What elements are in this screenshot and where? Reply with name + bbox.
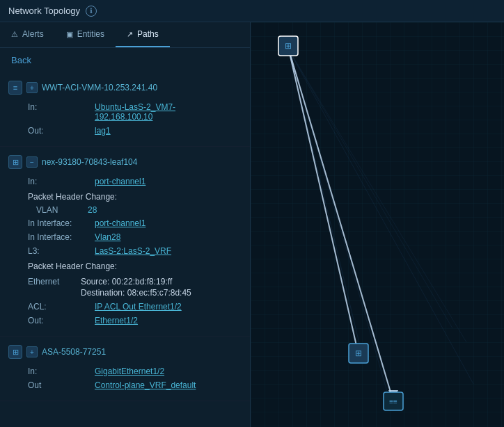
nex-l3-label: L3: — [28, 246, 90, 256]
vlan-value: 28 — [88, 205, 97, 215]
asa-5508-section-icon: ⊞ — [8, 345, 22, 359]
nex-in-value[interactable]: port-channel1 — [95, 177, 145, 186]
svg-rect-0 — [251, 22, 504, 427]
tab-paths[interactable]: ↗ Paths — [116, 22, 170, 47]
svg-line-6 — [289, 50, 359, 355]
packet-header-change-1-label: Packet Header Change: — [28, 188, 250, 204]
svg-line-1 — [289, 50, 362, 355]
nex-leaf104-body: In: port-channel1 Packet Header Change: … — [0, 172, 250, 330]
nex-out-label: Out: — [28, 316, 90, 325]
app-container: Network Topology ℹ ⚠ Alerts ▣ Entities ↗… — [0, 0, 504, 427]
tab-entities-label: Entities — [77, 29, 104, 39]
svg-marker-9 — [388, 390, 398, 401]
ethernet-block: Ethernet Source: 00:22:bd:f8:19:ff Desti… — [28, 273, 250, 300]
topology-canvas[interactable]: ⊞ ⊞ ≡≡ — [251, 22, 504, 427]
asa-out-value[interactable]: Control-plane_VRF_default — [95, 380, 196, 390]
topology-svg: ⊞ ⊞ ≡≡ — [251, 22, 504, 427]
svg-marker-7 — [354, 344, 363, 355]
svg-line-4 — [289, 50, 452, 328]
section-asa-5508: ⊞ + ASA-5508-77251 In: GigabitEthernet1/… — [0, 337, 250, 401]
section-nex-leaf104: ⊞ − nex-93180-70843-leaf104 In: port-cha… — [0, 147, 250, 337]
tab-paths-label: Paths — [137, 29, 159, 39]
asa-out-row: Out Control-plane_VRF_default — [28, 378, 250, 392]
asa-in-value[interactable]: GigabitEthernet1/2 — [95, 366, 164, 376]
nex-l3-value[interactable]: LasS-2:LasS-2_VRF — [95, 246, 171, 256]
nex-in-interface-1-label: In Interface: — [28, 218, 90, 228]
tabs-row: ⚠ Alerts ▣ Entities ↗ Paths — [0, 22, 250, 48]
wwt-aci-in-value[interactable]: Ubuntu-LasS-2_VM7-192.168.100.10 — [95, 102, 175, 122]
nex-in-label: In: — [28, 177, 90, 186]
nex-in-interface-1-row: In Interface: port-channel1 — [28, 216, 250, 230]
tab-alerts-label: Alerts — [22, 29, 44, 39]
nex-in-interface-2-row: In Interface: Vlan28 — [28, 230, 250, 244]
section-wwt-aci-header[interactable]: ≡ + WWT-ACI-VMM-10.253.241.40 — [0, 78, 250, 97]
svg-text:⊞: ⊞ — [355, 348, 362, 358]
entities-icon: ▣ — [66, 30, 73, 39]
wwt-aci-out-value[interactable]: lag1 — [95, 126, 111, 136]
asa-in-label: In: — [28, 366, 90, 376]
app-title: Network Topology — [8, 6, 80, 16]
panel-content: Back ≡ + WWT-ACI-VMM-10.253.241.40 In: U… — [0, 48, 250, 427]
svg-rect-12 — [349, 344, 368, 363]
nex-in-interface-2-label: In Interface: — [28, 232, 90, 242]
wwt-aci-section-icon: ≡ — [8, 81, 22, 95]
info-icon[interactable]: ℹ — [86, 6, 97, 17]
asa-5508-expand-icon[interactable]: + — [26, 346, 38, 357]
svg-rect-10 — [278, 36, 298, 56]
packet-header-change-2-label: Packet Header Change: — [28, 258, 250, 273]
wwt-aci-out-row: Out: lag1 — [28, 124, 250, 138]
svg-line-2 — [289, 50, 390, 401]
wwt-aci-in-label: In: — [28, 102, 90, 112]
ethernet-source-value: Source: 00:22:bd:f8:19:ff — [81, 277, 172, 287]
asa-5508-title: ASA-5508-77251 — [42, 347, 106, 357]
svg-text:≡≡: ≡≡ — [389, 398, 397, 405]
wwt-aci-expand-icon[interactable]: + — [26, 82, 38, 93]
section-wwt-aci: ≡ + WWT-ACI-VMM-10.253.241.40 In: Ubuntu… — [0, 72, 250, 147]
nex-in-interface-1-value[interactable]: port-channel1 — [95, 218, 145, 228]
nex-leaf104-title: nex-93180-70843-leaf104 — [42, 157, 137, 167]
main-layout: ⚠ Alerts ▣ Entities ↗ Paths Back — [0, 22, 504, 427]
nex-acl-row: ACL: IP ACL Out Ethernet1/2 — [28, 300, 250, 314]
paths-icon: ↗ — [127, 30, 133, 39]
left-panel: ⚠ Alerts ▣ Entities ↗ Paths Back — [0, 22, 251, 427]
wwt-aci-body: In: Ubuntu-LasS-2_VM7-192.168.100.10 Out… — [0, 97, 250, 140]
ethernet-label: Ethernet — [28, 277, 77, 287]
nex-acl-value[interactable]: IP ACL Out Ethernet1/2 — [95, 302, 182, 312]
svg-line-8 — [289, 50, 393, 401]
wwt-aci-title: WWT-ACI-VMM-10.253.241.40 — [42, 83, 157, 92]
svg-line-5 — [289, 50, 466, 342]
nex-out-value[interactable]: Ethernet1/2 — [95, 316, 138, 325]
nex-in-row: In: port-channel1 — [28, 175, 250, 188]
asa-in-row: In: GigabitEthernet1/2 — [28, 364, 250, 378]
ethernet-dest-row: Destination: 08:ec:f5:c7:8d:45 — [28, 288, 250, 298]
vlan-label: VLAN — [28, 205, 84, 215]
title-bar: Network Topology ℹ — [0, 0, 504, 22]
ethernet-source-row: Ethernet Source: 00:22:bd:f8:19:ff — [28, 275, 250, 288]
right-panel: ⊞ ⊞ ≡≡ — [251, 22, 504, 427]
alerts-icon: ⚠ — [11, 30, 18, 39]
nex-out-row: Out: Ethernet1/2 — [28, 314, 250, 328]
nex-l3-row: L3: LasS-2:LasS-2_VRF — [28, 244, 250, 258]
tab-entities[interactable]: ▣ Entities — [55, 22, 116, 47]
asa-out-label: Out — [28, 380, 90, 390]
section-nex-leaf104-header[interactable]: ⊞ − nex-93180-70843-leaf104 — [0, 152, 250, 172]
svg-rect-14 — [384, 392, 403, 410]
nex-leaf104-expand-icon[interactable]: − — [26, 156, 38, 168]
vlan-row: VLAN 28 — [28, 204, 250, 216]
asa-5508-body: In: GigabitEthernet1/2 Out Control-plane… — [0, 362, 250, 395]
nex-acl-label: ACL: — [28, 302, 90, 312]
nex-leaf104-section-icon: ⊞ — [8, 155, 22, 169]
nex-in-interface-2-value[interactable]: Vlan28 — [95, 232, 120, 242]
svg-text:⊞: ⊞ — [285, 41, 292, 51]
back-button[interactable]: Back — [0, 48, 250, 72]
section-asa-5508-header[interactable]: ⊞ + ASA-5508-77251 — [0, 342, 250, 362]
tab-alerts[interactable]: ⚠ Alerts — [0, 22, 55, 47]
wwt-aci-out-label: Out: — [28, 126, 90, 136]
wwt-aci-in-row: In: Ubuntu-LasS-2_VM7-192.168.100.10 — [28, 100, 250, 124]
svg-line-3 — [289, 50, 473, 384]
